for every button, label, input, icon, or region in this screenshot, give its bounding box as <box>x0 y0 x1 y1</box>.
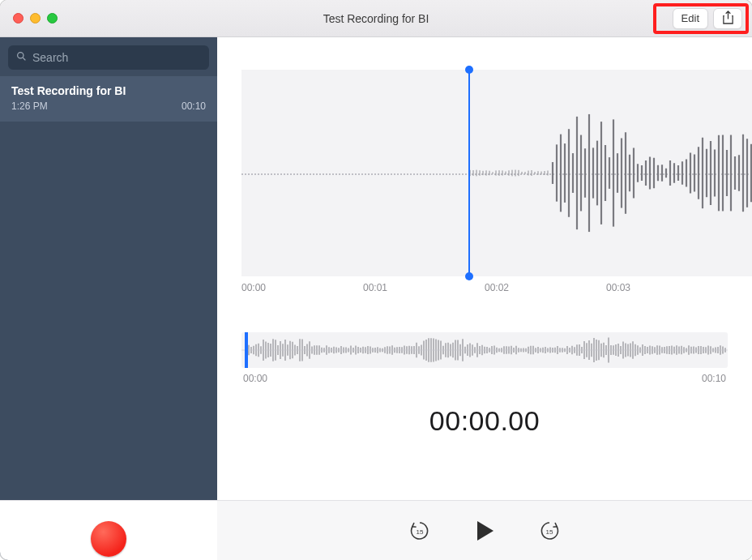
overview-start-tick: 00:00 <box>243 373 267 384</box>
search-placeholder: Search <box>32 51 68 64</box>
search-input[interactable]: Search <box>8 45 209 70</box>
recording-time: 1:26 PM <box>11 100 48 112</box>
zoom-waveform-area: 00:00 00:01 00:02 00:03 <box>217 37 752 297</box>
window-title: Test Recording for BI <box>0 12 752 25</box>
recording-list-item[interactable]: Test Recording for BI 1:26 PM 00:10 <box>0 76 217 122</box>
share-button[interactable] <box>713 8 742 29</box>
svg-point-0 <box>18 53 24 58</box>
overview-area: 00:00 00:10 <box>217 297 752 384</box>
app-window: Test Recording for BI Edit <box>0 0 752 560</box>
playback-controls: 15 15 <box>217 500 752 560</box>
zoom-waveform <box>241 70 752 276</box>
skip-forward-icon: 15 <box>538 519 561 542</box>
overview-waveform <box>241 332 728 368</box>
window-traffic-lights <box>13 13 58 24</box>
sidebar-empty-area <box>0 122 217 500</box>
play-icon <box>472 519 497 543</box>
app-body: Search Test Recording for BI 1:26 PM 00:… <box>0 37 752 560</box>
skip-back-icon: 15 <box>408 519 431 542</box>
play-button[interactable] <box>472 519 497 543</box>
sidebar-footer <box>0 500 217 560</box>
zoom-playhead[interactable] <box>468 70 470 276</box>
svg-text:15: 15 <box>417 528 424 535</box>
zoom-tick: 00:01 <box>363 282 485 293</box>
close-window-button[interactable] <box>13 13 24 24</box>
zoom-tick: 00:03 <box>606 282 728 293</box>
recording-duration: 00:10 <box>182 100 206 112</box>
overview-time-ticks: 00:00 00:10 <box>241 373 728 384</box>
svg-marker-277 <box>477 521 494 541</box>
zoom-tick: 00:02 <box>485 282 606 293</box>
search-icon <box>16 51 27 64</box>
time-counter: 00:00.00 <box>217 405 752 437</box>
skip-forward-button[interactable]: 15 <box>537 519 562 543</box>
share-icon <box>722 11 734 27</box>
recording-title: Test Recording for BI <box>11 84 206 97</box>
skip-back-button[interactable]: 15 <box>408 519 432 543</box>
overview-end-tick: 00:10 <box>702 373 726 384</box>
main-panel: 00:00 00:01 00:02 00:03 00:00 00:10 00:0… <box>217 37 752 560</box>
svg-text:15: 15 <box>546 528 553 535</box>
titlebar: Test Recording for BI Edit <box>0 0 752 37</box>
overview-playhead[interactable] <box>245 332 248 368</box>
minimize-window-button[interactable] <box>30 13 41 24</box>
record-button[interactable] <box>91 521 126 557</box>
overview-waveform-strip[interactable] <box>241 332 728 368</box>
edit-button[interactable]: Edit <box>673 8 708 29</box>
svg-line-1 <box>23 58 25 60</box>
zoom-waveform-strip[interactable] <box>241 70 752 276</box>
fullscreen-window-button[interactable] <box>47 13 58 24</box>
zoom-time-ticks: 00:00 00:01 00:02 00:03 <box>241 282 752 293</box>
sidebar: Search Test Recording for BI 1:26 PM 00:… <box>0 37 217 560</box>
zoom-tick: 00:00 <box>241 282 363 293</box>
